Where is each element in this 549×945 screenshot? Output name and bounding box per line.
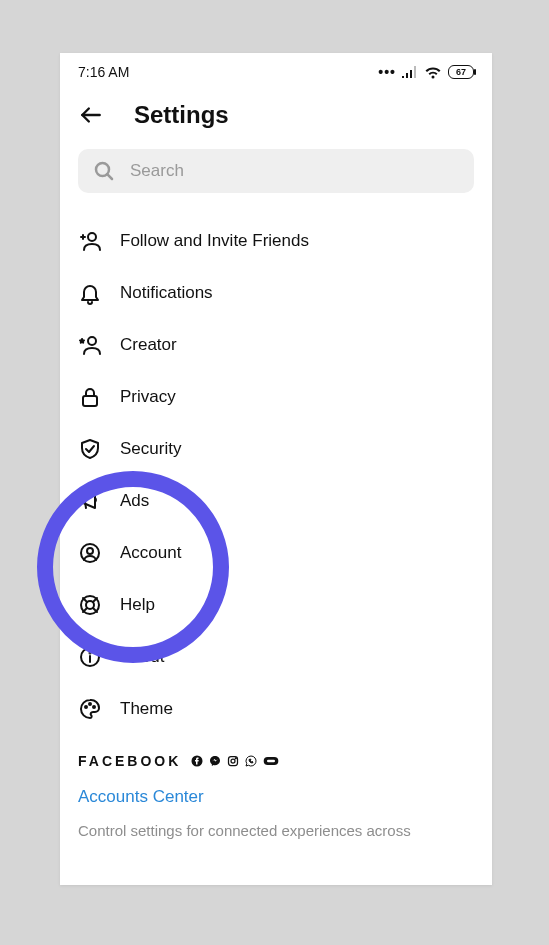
lock-icon [78, 385, 102, 409]
back-arrow-icon [78, 102, 104, 128]
status-indicators: ••• 67 [378, 64, 474, 80]
menu-label: Help [120, 595, 155, 615]
company-app-icons [191, 755, 279, 767]
svg-point-6 [88, 337, 96, 345]
more-icon: ••• [378, 64, 396, 80]
svg-line-2 [107, 174, 112, 179]
svg-line-14 [93, 598, 97, 602]
messenger-icon [209, 755, 221, 767]
menu-item-about[interactable]: About [78, 631, 474, 683]
svg-line-15 [83, 608, 87, 612]
back-button[interactable] [78, 102, 104, 128]
status-bar: 7:16 AM ••• 67 [60, 53, 492, 91]
svg-rect-28 [267, 760, 275, 763]
oculus-icon [263, 756, 279, 766]
menu-label: About [120, 647, 164, 667]
svg-point-22 [93, 706, 95, 708]
signal-icon [402, 66, 418, 78]
menu-item-creator[interactable]: Creator [78, 319, 474, 371]
menu-label: Theme [120, 699, 173, 719]
search-input[interactable] [130, 161, 460, 181]
instagram-icon [227, 755, 239, 767]
bell-icon [78, 281, 102, 305]
menu-item-follow-invite[interactable]: Follow and Invite Friends [78, 215, 474, 267]
info-icon [78, 645, 102, 669]
menu-item-ads[interactable]: Ads [78, 475, 474, 527]
svg-point-10 [87, 548, 93, 554]
clock: 7:16 AM [78, 64, 129, 80]
svg-point-21 [89, 703, 91, 705]
accounts-center-desc: Control settings for connected experienc… [78, 807, 474, 841]
megaphone-icon [78, 489, 102, 513]
settings-screen: 7:16 AM ••• 67 Settings Follow and Invit… [60, 53, 492, 885]
account-icon [78, 541, 102, 565]
page-title: Settings [134, 101, 229, 129]
search-icon [92, 159, 116, 183]
menu-item-notifications[interactable]: Notifications [78, 267, 474, 319]
svg-line-8 [85, 502, 86, 508]
add-person-icon [78, 229, 102, 253]
star-person-icon [78, 333, 102, 357]
menu-item-theme[interactable]: Theme [78, 683, 474, 735]
search-box[interactable] [78, 149, 474, 193]
shield-icon [78, 437, 102, 461]
palette-icon [78, 697, 102, 721]
svg-point-3 [88, 233, 96, 241]
header: Settings [60, 91, 492, 149]
accounts-center-link[interactable]: Accounts Center [78, 769, 474, 807]
whatsapp-icon [245, 755, 257, 767]
svg-rect-7 [83, 396, 97, 406]
svg-line-16 [93, 608, 97, 612]
settings-menu: Follow and Invite Friends Notifications … [60, 209, 492, 735]
battery-icon: 67 [448, 65, 474, 79]
facebook-icon [191, 755, 203, 767]
menu-item-privacy[interactable]: Privacy [78, 371, 474, 423]
svg-point-25 [231, 759, 235, 763]
svg-line-13 [83, 598, 87, 602]
svg-point-19 [90, 653, 91, 654]
wifi-icon [424, 66, 442, 79]
footer: FACEBOOK Accounts Center Control setting… [60, 735, 492, 841]
menu-item-account[interactable]: Account [78, 527, 474, 579]
menu-item-security[interactable]: Security [78, 423, 474, 475]
menu-label: Privacy [120, 387, 176, 407]
menu-item-help[interactable]: Help [78, 579, 474, 631]
menu-label: Follow and Invite Friends [120, 231, 309, 251]
menu-label: Account [120, 543, 181, 563]
company-name: FACEBOOK [78, 753, 181, 769]
svg-point-26 [236, 758, 237, 759]
menu-label: Creator [120, 335, 177, 355]
menu-label: Security [120, 439, 181, 459]
menu-label: Notifications [120, 283, 213, 303]
help-icon [78, 593, 102, 617]
svg-point-20 [85, 706, 87, 708]
menu-label: Ads [120, 491, 149, 511]
